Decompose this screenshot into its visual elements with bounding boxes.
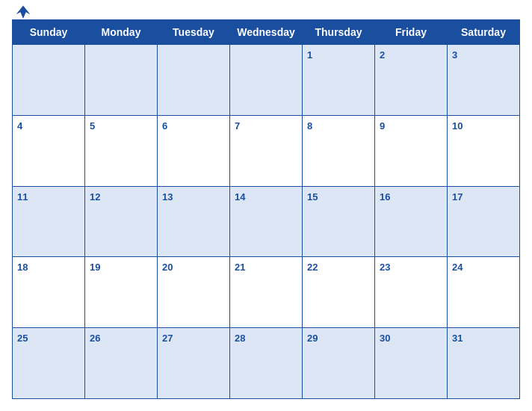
weekday-monday: Monday bbox=[85, 20, 158, 45]
calendar-day-empty bbox=[85, 45, 158, 116]
svg-marker-0 bbox=[16, 5, 30, 19]
day-number: 15 bbox=[307, 191, 318, 203]
day-number: 1 bbox=[307, 49, 312, 61]
day-number: 30 bbox=[380, 333, 390, 344]
calendar-day-3: 3 bbox=[448, 45, 520, 116]
calendar-day-22: 22 bbox=[303, 257, 375, 328]
day-number: 21 bbox=[235, 262, 245, 273]
calendar-day-13: 13 bbox=[158, 186, 230, 257]
calendar-day-17: 17 bbox=[448, 186, 520, 257]
day-number: 31 bbox=[452, 333, 463, 344]
day-number: 14 bbox=[235, 191, 245, 203]
calendar-day-12: 12 bbox=[85, 186, 158, 257]
day-number: 2 bbox=[380, 49, 385, 61]
calendar-week-row: 123 bbox=[13, 45, 520, 116]
day-number: 3 bbox=[452, 49, 457, 61]
weekday-header-row: SundayMondayTuesdayWednesdayThursdayFrid… bbox=[13, 20, 520, 45]
day-number: 13 bbox=[162, 191, 173, 203]
calendar-day-18: 18 bbox=[13, 257, 85, 328]
calendar-day-2: 2 bbox=[375, 45, 448, 116]
calendar-day-5: 5 bbox=[85, 115, 158, 186]
day-number: 6 bbox=[162, 120, 167, 132]
day-number: 27 bbox=[162, 333, 173, 344]
calendar-day-25: 25 bbox=[13, 328, 85, 399]
day-number: 28 bbox=[235, 333, 245, 344]
calendar-header bbox=[12, 9, 520, 15]
calendar-day-empty bbox=[158, 45, 230, 116]
calendar-day-11: 11 bbox=[13, 186, 85, 257]
day-number: 17 bbox=[452, 191, 463, 203]
calendar-day-10: 10 bbox=[448, 115, 520, 186]
calendar-day-21: 21 bbox=[230, 257, 303, 328]
day-number: 11 bbox=[17, 191, 28, 203]
day-number: 20 bbox=[162, 262, 173, 273]
logo bbox=[12, 3, 31, 21]
day-number: 19 bbox=[90, 262, 100, 273]
day-number: 25 bbox=[17, 333, 28, 344]
day-number: 24 bbox=[452, 262, 463, 273]
calendar-day-1: 1 bbox=[303, 45, 375, 116]
calendar-day-16: 16 bbox=[375, 186, 448, 257]
calendar-day-7: 7 bbox=[230, 115, 303, 186]
weekday-friday: Friday bbox=[375, 20, 448, 45]
calendar-day-9: 9 bbox=[375, 115, 448, 186]
day-number: 9 bbox=[380, 120, 385, 132]
calendar-day-24: 24 bbox=[448, 257, 520, 328]
calendar-day-15: 15 bbox=[303, 186, 375, 257]
day-number: 18 bbox=[17, 262, 28, 273]
calendar-day-4: 4 bbox=[13, 115, 85, 186]
calendar-week-row: 11121314151617 bbox=[13, 186, 520, 257]
calendar-day-20: 20 bbox=[158, 257, 230, 328]
weekday-sunday: Sunday bbox=[13, 20, 85, 45]
calendar-day-23: 23 bbox=[375, 257, 448, 328]
day-number: 26 bbox=[90, 333, 100, 344]
calendar-day-27: 27 bbox=[158, 328, 230, 399]
calendar-day-26: 26 bbox=[85, 328, 158, 399]
day-number: 23 bbox=[380, 262, 390, 273]
day-number: 5 bbox=[90, 120, 95, 132]
calendar-day-empty bbox=[230, 45, 303, 116]
calendar-week-row: 45678910 bbox=[13, 115, 520, 186]
weekday-thursday: Thursday bbox=[303, 20, 375, 45]
calendar-day-empty bbox=[13, 45, 85, 116]
day-number: 8 bbox=[307, 120, 312, 132]
calendar-day-14: 14 bbox=[230, 186, 303, 257]
calendar-day-8: 8 bbox=[303, 115, 375, 186]
calendar-day-6: 6 bbox=[158, 115, 230, 186]
day-number: 7 bbox=[235, 120, 240, 132]
calendar-week-row: 18192021222324 bbox=[13, 257, 520, 328]
day-number: 29 bbox=[307, 333, 318, 344]
day-number: 12 bbox=[90, 191, 100, 203]
calendar-day-28: 28 bbox=[230, 328, 303, 399]
calendar-day-19: 19 bbox=[85, 257, 158, 328]
calendar-day-29: 29 bbox=[303, 328, 375, 399]
day-number: 22 bbox=[307, 262, 318, 273]
calendar-table: SundayMondayTuesdayWednesdayThursdayFrid… bbox=[12, 19, 520, 399]
day-number: 16 bbox=[380, 191, 390, 203]
weekday-wednesday: Wednesday bbox=[230, 20, 303, 45]
weekday-tuesday: Tuesday bbox=[158, 20, 230, 45]
logo-bird-icon bbox=[15, 4, 31, 21]
calendar-day-31: 31 bbox=[448, 328, 520, 399]
day-number: 10 bbox=[452, 120, 463, 132]
calendar-day-30: 30 bbox=[375, 328, 448, 399]
weekday-saturday: Saturday bbox=[448, 20, 520, 45]
day-number: 4 bbox=[17, 120, 22, 132]
calendar-week-row: 25262728293031 bbox=[13, 328, 520, 399]
